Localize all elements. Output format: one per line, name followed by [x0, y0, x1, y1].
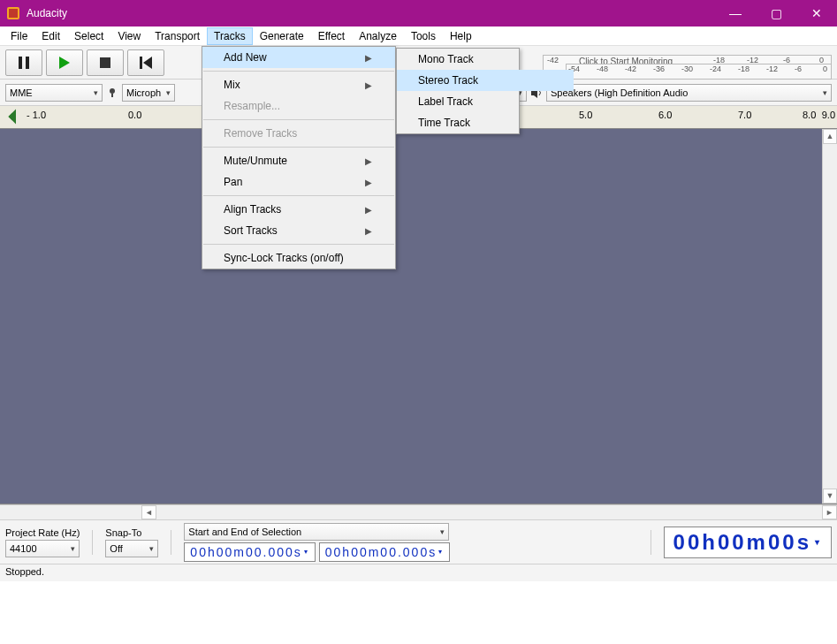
- ruler-tick: 5.0: [579, 110, 592, 120]
- rec-meter-tick: -6: [783, 56, 790, 64]
- submenu-arrow-icon: ▶: [365, 226, 372, 236]
- pause-icon: [18, 57, 30, 69]
- svg-rect-4: [140, 57, 142, 69]
- menu-item-label-track[interactable]: Label Track: [397, 91, 574, 112]
- menu-item-sort-tracks[interactable]: Sort Tracks▶: [202, 220, 395, 241]
- menu-item-align-tracks[interactable]: Align Tracks▶: [202, 199, 395, 220]
- selection-mode-combo[interactable]: Start and End of Selection: [184, 523, 449, 541]
- menu-item-sync-lock[interactable]: Sync-Lock Tracks (on/off): [202, 247, 395, 269]
- menu-item-remove-tracks: Remove Tracks: [202, 123, 395, 144]
- project-rate-label: Project Rate (Hz): [5, 527, 80, 538]
- ruler-tick: 9.0: [822, 110, 835, 120]
- svg-point-19: [110, 88, 115, 94]
- audio-position-time[interactable]: 00h00m00s▾: [664, 527, 832, 558]
- scroll-up-arrow-icon[interactable]: ▲: [823, 129, 837, 144]
- ruler-tick: 7.0: [738, 110, 751, 120]
- svg-marker-5: [143, 57, 152, 69]
- rec-meter-tick: -18: [713, 56, 725, 64]
- track-area[interactable]: ▲ ▼: [0, 129, 837, 504]
- submenu-arrow-icon: ▶: [365, 53, 372, 63]
- svg-rect-3: [100, 57, 110, 68]
- playback-meter[interactable]: -54 -48 -42 -36 -30 -24 -18 -12 -6 0: [566, 64, 832, 80]
- maximize-button[interactable]: ▢: [756, 0, 796, 27]
- submenu-arrow-icon: ▶: [365, 178, 372, 187]
- scroll-left-arrow-icon[interactable]: ◄: [141, 505, 156, 519]
- project-rate-combo[interactable]: 44100: [5, 540, 80, 557]
- minimize-button[interactable]: —: [715, 0, 756, 27]
- status-text: Stopped.: [5, 566, 44, 577]
- svg-rect-20: [111, 94, 113, 97]
- playback-device-combo[interactable]: Speakers (High Definition Audio: [546, 84, 832, 102]
- menu-help[interactable]: Help: [443, 27, 479, 45]
- menu-transport[interactable]: Transport: [148, 27, 207, 45]
- ruler-tick: 0.0: [128, 110, 141, 120]
- app-title: Audacity: [27, 7, 715, 19]
- rec-meter-tick: -12: [747, 56, 758, 64]
- vertical-scrollbar[interactable]: ▲ ▼: [822, 129, 837, 504]
- menu-item-pan[interactable]: Pan▶: [202, 171, 395, 193]
- svg-marker-2: [59, 57, 70, 69]
- app-icon: [7, 7, 19, 19]
- menu-tracks[interactable]: Tracks: [207, 27, 253, 45]
- skip-start-button[interactable]: [127, 49, 164, 76]
- ruler-tick: - 1.0: [27, 110, 46, 120]
- menu-item-resample: Resample...: [202, 95, 395, 117]
- submenu-arrow-icon: ▶: [365, 205, 372, 215]
- playhead-marker-icon[interactable]: [9, 110, 24, 125]
- menu-edit[interactable]: Edit: [34, 27, 67, 45]
- menu-item-mono-track[interactable]: Mono Track: [397, 49, 574, 70]
- play-button[interactable]: [46, 49, 83, 76]
- horizontal-scrollbar[interactable]: ◄ ►: [0, 504, 837, 519]
- scroll-down-arrow-icon[interactable]: ▼: [823, 489, 837, 504]
- menu-generate[interactable]: Generate: [253, 27, 311, 45]
- menu-file[interactable]: File: [4, 27, 34, 45]
- titlebar: Audacity — ▢ ✕: [0, 0, 837, 27]
- recording-device-combo[interactable]: Microph: [122, 84, 175, 102]
- mic-icon: [106, 87, 118, 99]
- menu-tools[interactable]: Tools: [404, 27, 443, 45]
- menu-item-time-track[interactable]: Time Track: [397, 112, 574, 133]
- selection-end-time[interactable]: 00h00m00.000s▾: [319, 542, 450, 562]
- menu-item-add-new[interactable]: Add New▶: [202, 47, 395, 68]
- submenu-arrow-icon: ▶: [365, 80, 372, 90]
- pause-button[interactable]: [5, 49, 42, 76]
- snap-to-combo[interactable]: Off: [105, 540, 158, 557]
- selection-toolbar: Project Rate (Hz) 44100 Snap-To Off Star…: [0, 519, 837, 564]
- selection-start-time[interactable]: 00h00m00.000s▾: [184, 542, 315, 562]
- svg-rect-0: [19, 57, 22, 69]
- ruler-tick: 6.0: [658, 110, 672, 120]
- menu-effect[interactable]: Effect: [311, 27, 352, 45]
- stop-icon: [100, 57, 110, 68]
- audio-host-combo[interactable]: MME: [5, 84, 103, 102]
- tracks-menu: Add New▶ Mix▶ Resample... Remove Tracks …: [202, 46, 396, 269]
- scroll-right-arrow-icon[interactable]: ►: [822, 505, 837, 519]
- submenu-arrow-icon: ▶: [365, 156, 372, 166]
- snap-to-label: Snap-To: [105, 527, 158, 538]
- add-new-submenu: Mono Track Stereo Track Label Track Time…: [396, 48, 520, 134]
- menu-select[interactable]: Select: [67, 27, 110, 45]
- menubar: File Edit Select View Transport Tracks G…: [0, 27, 837, 46]
- skip-start-icon: [140, 57, 152, 69]
- play-icon: [58, 57, 71, 69]
- menu-view[interactable]: View: [110, 27, 148, 45]
- status-bar: Stopped.: [0, 564, 837, 581]
- menu-analyze[interactable]: Analyze: [352, 27, 404, 45]
- svg-rect-1: [26, 57, 29, 69]
- menu-item-mix[interactable]: Mix▶: [202, 74, 395, 95]
- menu-item-mute-unmute[interactable]: Mute/Unmute▶: [202, 150, 395, 171]
- rec-meter-tick: 0: [819, 56, 824, 64]
- ruler-tick: 8.0: [803, 110, 816, 120]
- menu-item-stereo-track[interactable]: Stereo Track: [397, 70, 574, 91]
- close-button[interactable]: ✕: [796, 0, 837, 27]
- stop-button[interactable]: [87, 49, 124, 76]
